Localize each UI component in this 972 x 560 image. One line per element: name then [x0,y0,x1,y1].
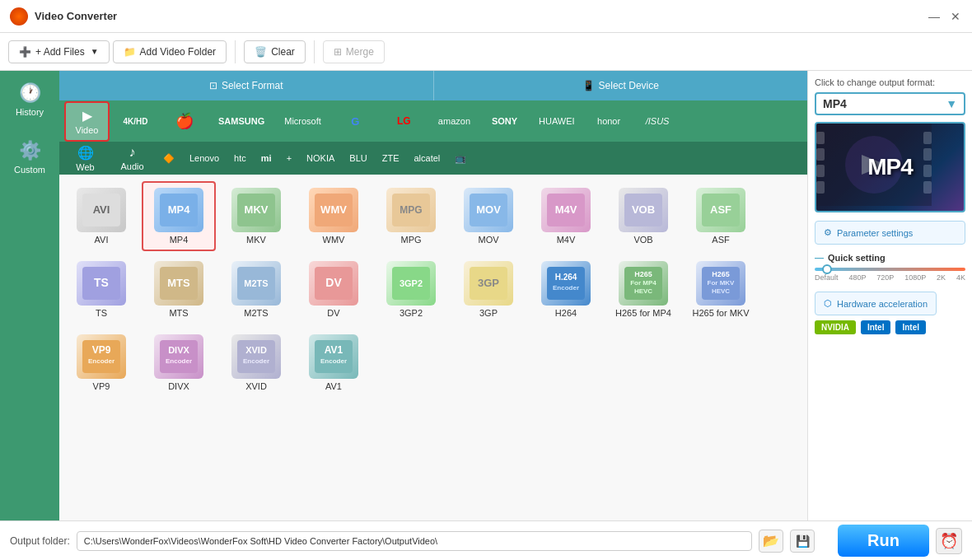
brand-microsoft[interactable]: Microsoft [276,111,329,131]
format-h265mp4[interactable]: H265For MP4HEVC H265 for MP4 [606,254,680,324]
brand-samsung[interactable]: SAMSUNG [210,111,273,131]
toolbar: ➕ + Add Files ▼ 📁 Add Video Folder 🗑️ Cl… [0,33,972,71]
nvidia-badge[interactable]: NVIDIA [815,320,856,334]
sidebar-item-custom[interactable]: ⚙️ Custom [0,128,59,186]
intel-badge-2[interactable]: Intel [895,320,926,334]
mpg-label: MPG [400,235,421,245]
dv-thumb: DV [309,261,358,306]
format-av1[interactable]: AV1Encoder AV1 [297,328,371,398]
brand-mi[interactable]: mi [255,150,278,166]
svg-rect-30 [547,267,585,300]
h264-thumb: H.264Encoder [541,261,591,306]
category-web[interactable]: 🌐 Web [63,142,108,175]
format-m2ts[interactable]: M2TS M2TS [219,254,293,324]
parameter-settings-button[interactable]: ⚙ Parameter settings [815,221,965,245]
brand-apple[interactable]: 🍎 [161,107,207,135]
svg-text:Encoder: Encoder [243,357,269,365]
brand-huawei[interactable]: HUAWEI [530,111,583,131]
select-device-tab[interactable]: 📱 Select Device [434,71,808,100]
brand-motorola[interactable]: 🔶 [157,150,181,167]
video-icon: ▶ [82,108,92,124]
format-asf[interactable]: ASF ASF [684,181,758,251]
brand-nokia[interactable]: NOKIA [300,150,341,166]
brand-blu[interactable]: BLU [343,150,373,166]
brand-amazon[interactable]: amazon [430,111,479,131]
category-audio-label: Audio [120,161,143,171]
web-icon: 🌐 [77,145,94,161]
minimize-button[interactable]: — [928,10,941,23]
clear-button[interactable]: 🗑️ Clear [244,40,306,63]
brand-asus[interactable]: /ISUS [635,111,680,131]
format-mkv[interactable]: MKV MKV [219,181,293,251]
merge-button[interactable]: ⊞ Merge [323,40,385,63]
intel-badge[interactable]: Intel [861,320,891,334]
format-mp4[interactable]: MP4 MP4 [142,181,216,251]
add-folder-button[interactable]: 📁 Add Video Folder [113,40,227,63]
dropdown-arrow[interactable]: ▼ [91,47,99,56]
format-vp9[interactable]: VP9Encoder VP9 [64,328,138,398]
quality-track [815,268,965,271]
format-h264[interactable]: H.264Encoder H264 [529,254,603,324]
sidebar-item-history[interactable]: 🕐 History [0,71,59,128]
brand-htc[interactable]: htc [227,150,253,166]
history-icon: 🕐 [19,82,41,104]
alarm-button[interactable]: ⏰ [936,528,962,554]
svg-text:H265: H265 [634,270,652,278]
hardware-acceleration-button[interactable]: ⬡ Hardware acceleration [815,292,937,315]
h265mkv-thumb: H265For MKVHEVC [696,261,745,306]
format-selector: ⊡ Select Format 📱 Select Device [59,71,807,100]
format-dv[interactable]: DV DV [297,254,371,324]
h265mp4-label: H265 for MP4 [615,308,671,318]
format-grid: AVI AVI MP4 MP4 MKV MKV WMV WM [59,175,807,520]
brand-google[interactable]: G [333,110,378,133]
format-3gp[interactable]: 3GP 3GP [451,254,526,324]
output-format-selector[interactable]: MP4 ▼ [815,92,965,115]
format-avi[interactable]: AVI AVI [64,181,138,251]
svg-rect-58 [923,132,932,144]
app-title: Video Converter [35,10,117,22]
brand-alcatel[interactable]: alcatel [407,150,446,166]
format-m4v[interactable]: M4V M4V [529,181,603,251]
title-bar: Video Converter — ✕ [0,0,972,33]
window-controls: — ✕ [928,10,962,23]
output-path-input[interactable] [77,531,752,551]
asf-thumb: ASF [696,188,745,232]
trash-icon: 🗑️ [255,46,267,58]
brand-lenovo[interactable]: Lenovo [183,150,226,166]
format-mpg[interactable]: MPG MPG [374,181,448,251]
dv-label: DV [327,308,339,318]
save-output-button[interactable]: 💾 [790,530,815,553]
format-vob[interactable]: VOB VOB [606,181,680,251]
close-button[interactable]: ✕ [949,10,962,23]
format-wmv[interactable]: WMV WMV [297,181,371,251]
format-3gp2[interactable]: 3GP2 3GP2 [374,254,448,324]
svg-text:For MKV: For MKV [708,279,736,287]
svg-text:MKV: MKV [245,203,269,216]
svg-text:MOV: MOV [476,203,501,216]
category-video[interactable]: ▶ Video [64,101,110,142]
category-4k[interactable]: 4K/HD [113,112,158,131]
toolbar-separator [235,40,236,63]
format-mts[interactable]: MTS MTS [142,254,216,324]
format-ts[interactable]: TS TS [64,254,138,324]
browse-folder-button[interactable]: 📂 [759,530,783,553]
brand-tv[interactable]: 📺 [448,150,473,167]
vob-label: VOB [633,235,652,245]
brand-zte[interactable]: ZTE [376,150,406,166]
format-divx[interactable]: DIVXEncoder DIVX [142,328,216,398]
add-files-button[interactable]: ➕ + Add Files ▼ [8,40,110,63]
select-format-tab[interactable]: ⊡ Select Format [59,71,434,100]
svg-text:For MP4: For MP4 [630,279,657,287]
format-xvid[interactable]: XVIDEncoder XVID [219,328,293,398]
quality-slider[interactable]: Default 480P 720P 1080P 2K 4K [815,268,965,282]
svg-text:XVID: XVID [245,345,267,355]
format-h265mkv[interactable]: H265For MKVHEVC H265 for MKV [684,254,758,324]
brand-sony[interactable]: SONY [482,111,527,131]
vp9-thumb: VP9Encoder [77,334,126,379]
category-audio[interactable]: ♪ Audio [110,142,155,175]
brand-honor[interactable]: honor [586,111,632,131]
run-button[interactable]: Run [838,525,929,557]
format-mov[interactable]: MOV MOV [451,181,526,251]
brand-lg[interactable]: LG [381,110,427,132]
brand-oneplus[interactable]: + [280,150,298,166]
